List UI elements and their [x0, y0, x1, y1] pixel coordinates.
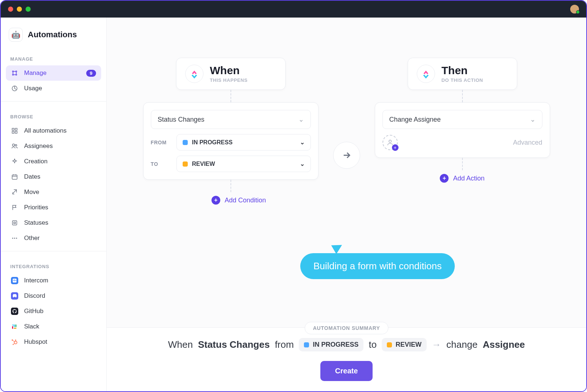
when-title: When	[210, 65, 248, 76]
sidebar-item-creation[interactable]: Creation	[6, 154, 101, 169]
section-browse-label: BROWSE	[6, 110, 101, 123]
svg-rect-18	[12, 326, 13, 329]
svg-rect-5	[12, 128, 14, 130]
intercom-icon	[11, 277, 18, 284]
arrow-icon: →	[432, 339, 441, 350]
sidebar-item-other[interactable]: Other	[6, 231, 101, 246]
sidebar-item-hubspot[interactable]: Hubspot	[6, 334, 101, 350]
sparkle-icon	[11, 158, 18, 165]
then-card: Change Assignee ⌄ Advanced	[375, 102, 550, 158]
clickup-logo-icon	[417, 65, 435, 83]
svg-point-26	[389, 140, 391, 142]
users-icon	[11, 143, 18, 149]
from-status-select[interactable]: IN PROGRESS ⌄	[176, 134, 311, 151]
then-title: Then	[442, 65, 483, 76]
to-status-select[interactable]: REVIEW ⌄	[176, 156, 311, 172]
slack-icon	[11, 323, 18, 330]
svg-rect-21	[14, 328, 17, 329]
dots-icon	[11, 235, 18, 241]
discord-icon	[11, 292, 18, 300]
sidebar-item-assignees[interactable]: Assignees	[6, 138, 101, 154]
close-window[interactable]	[8, 7, 13, 12]
chevron-down-icon: ⌄	[298, 115, 304, 123]
main-canvas: When THIS HAPPENS Status Changes ⌄ FROM	[107, 18, 586, 391]
add-action-button[interactable]: + Add Action	[440, 174, 484, 183]
user-avatar[interactable]	[570, 5, 579, 14]
maximize-window[interactable]	[26, 7, 31, 12]
chevron-down-icon: ⌄	[300, 160, 305, 167]
svg-point-23	[12, 339, 13, 341]
svg-rect-11	[12, 175, 17, 179]
svg-rect-8	[15, 132, 17, 133]
sidebar-item-discord[interactable]: Discord	[6, 288, 101, 304]
summary-label: AUTOMATION SUMMARY	[305, 322, 389, 334]
from-label: FROM	[151, 140, 169, 145]
action-select[interactable]: Change Assignee ⌄	[382, 110, 542, 129]
then-subtitle: DO THIS ACTION	[442, 77, 483, 83]
add-condition-button[interactable]: + Add Condition	[195, 196, 266, 205]
sidebar-item-slack[interactable]: Slack	[6, 319, 101, 334]
chevron-down-icon: ⌄	[530, 115, 535, 123]
advanced-link[interactable]: Advanced	[513, 139, 542, 146]
svg-point-25	[13, 344, 14, 345]
when-subtitle: THIS HAPPENS	[210, 77, 248, 83]
summary-from-chip: IN PROGRESS	[299, 338, 363, 351]
summary-to-chip: REVIEW	[382, 338, 427, 351]
move-icon	[11, 189, 18, 195]
minimize-window[interactable]	[17, 7, 22, 12]
flag-icon	[11, 204, 18, 211]
create-button[interactable]: Create	[320, 361, 372, 381]
manage-badge: 9	[86, 70, 96, 77]
svg-rect-7	[12, 132, 14, 133]
svg-rect-6	[15, 128, 17, 130]
svg-rect-19	[14, 324, 15, 327]
github-icon	[11, 308, 18, 315]
then-header: Then DO THIS ACTION	[408, 58, 517, 90]
clickup-logo-icon	[185, 65, 203, 83]
grid-icon	[11, 128, 18, 134]
sidebar-item-label: Usage	[24, 85, 42, 92]
svg-point-16	[16, 238, 17, 239]
svg-rect-13	[14, 222, 16, 224]
automations-icon: 🤖	[9, 28, 23, 42]
section-manage-label: MANAGE	[6, 53, 101, 65]
svg-point-24	[15, 339, 16, 340]
sidebar-item-usage[interactable]: Usage	[6, 81, 101, 96]
sidebar-item-priorities[interactable]: Priorities	[6, 200, 101, 215]
hubspot-icon	[11, 339, 18, 345]
status-icon	[11, 220, 18, 226]
sidebar-item-manage[interactable]: Manage 9	[6, 65, 101, 81]
sidebar: 🤖 Automations MANAGE Manage 9 Usage BROW…	[1, 18, 107, 391]
plus-icon: +	[440, 174, 449, 183]
svg-point-14	[12, 238, 13, 239]
sidebar-item-all[interactable]: All automations	[6, 123, 101, 138]
add-assignee-button[interactable]	[382, 135, 398, 150]
sidebar-item-dates[interactable]: Dates	[6, 169, 101, 184]
to-label: TO	[151, 161, 169, 167]
summary-sentence: When Status Changes from IN PROGRESS to …	[107, 338, 586, 351]
when-card: Status Changes ⌄ FROM IN PROGRESS ⌄ TO	[143, 102, 319, 180]
sidebar-item-label: Manage	[24, 69, 46, 77]
status-color-swatch	[183, 161, 188, 167]
trigger-select[interactable]: Status Changes ⌄	[151, 110, 311, 129]
flow-arrow	[333, 142, 360, 169]
titlebar	[1, 1, 586, 18]
calendar-icon	[11, 174, 18, 180]
svg-point-3	[16, 74, 17, 75]
chevron-down-icon: ⌄	[300, 139, 305, 146]
svg-rect-20	[15, 324, 16, 327]
svg-rect-12	[12, 221, 17, 225]
sidebar-item-move[interactable]: Move	[6, 184, 101, 200]
usage-icon	[11, 85, 18, 92]
svg-point-22	[14, 341, 17, 344]
window-controls	[8, 7, 31, 12]
plus-icon: +	[211, 196, 220, 205]
svg-point-10	[15, 145, 17, 146]
status-color-swatch	[183, 140, 188, 145]
sidebar-item-statuses[interactable]: Statuses	[6, 215, 101, 231]
svg-point-0	[12, 71, 14, 72]
sidebar-item-github[interactable]: GitHub	[6, 304, 101, 319]
tutorial-tooltip: Building a form with conditions	[300, 253, 455, 279]
svg-point-1	[16, 71, 17, 72]
sidebar-item-intercom[interactable]: Intercom	[6, 273, 101, 288]
